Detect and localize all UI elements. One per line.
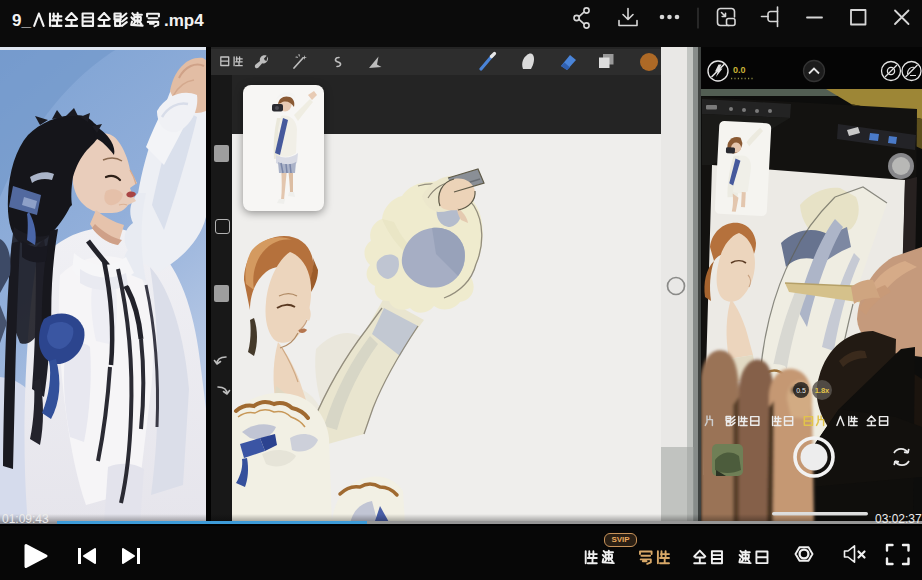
svg-text:0.5: 0.5	[796, 387, 806, 394]
svg-text:9_: 9_	[12, 11, 31, 30]
svg-text:1.8x: 1.8x	[815, 386, 830, 395]
svg-text:.mp4: .mp4	[164, 11, 204, 30]
svg-text:0.0: 0.0	[733, 65, 746, 75]
